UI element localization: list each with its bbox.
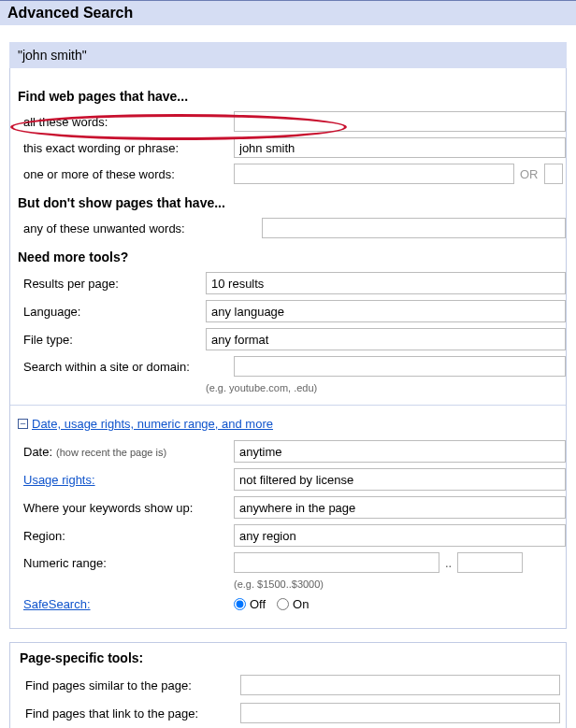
link-label: Find pages that link to the page: — [25, 707, 240, 721]
language-row: Language: — [10, 300, 566, 322]
usage-row: Usage rights: — [10, 468, 566, 491]
date-select[interactable] — [234, 440, 566, 463]
region-select[interactable] — [234, 524, 566, 547]
exact-phrase-input[interactable] — [234, 137, 566, 158]
main-panel: Find web pages that have... all these wo… — [9, 68, 567, 629]
all-words-label: all these words: — [23, 115, 234, 129]
where-label: Where your keywords show up: — [23, 501, 234, 515]
where-row: Where your keywords show up: — [10, 496, 566, 519]
safesearch-off-option[interactable]: Off — [234, 597, 266, 611]
page-tools-panel: Page-specific tools: Find pages similar … — [9, 642, 567, 728]
one-or-more-input-2[interactable] — [544, 164, 563, 184]
divider-1 — [10, 405, 566, 406]
minus-icon: − — [18, 419, 28, 429]
expander-link[interactable]: Date, usage rights, numeric range, and m… — [32, 417, 273, 431]
where-select[interactable] — [234, 496, 566, 519]
safesearch-on-label: On — [293, 597, 309, 611]
safesearch-off-radio[interactable] — [234, 598, 246, 610]
link-row: Find pages that link to the page: — [16, 703, 560, 723]
results-select[interactable] — [206, 272, 566, 294]
usage-label-wrap: Usage rights: — [23, 473, 234, 487]
language-label: Language: — [23, 305, 206, 319]
safesearch-on-radio[interactable] — [277, 598, 289, 610]
exact-phrase-label: this exact wording or phrase: — [23, 141, 234, 155]
all-words-input[interactable] — [234, 111, 566, 132]
filetype-label: File type: — [23, 333, 206, 347]
unwanted-label: any of these unwanted words: — [23, 221, 262, 236]
unwanted-row: any of these unwanted words: — [10, 218, 566, 238]
site-hint: (e.g. youtube.com, .edu) — [206, 382, 566, 393]
numeric-label: Numeric range: — [23, 556, 234, 570]
page-title-bar: Advanced Search — [0, 0, 576, 25]
query-display-text: "john smith" — [18, 48, 87, 63]
all-words-row: all these words: — [10, 111, 566, 132]
numeric-low-input[interactable] — [234, 552, 439, 573]
one-or-more-input-1[interactable] — [234, 164, 514, 184]
site-label: Search within a site or domain: — [23, 360, 234, 374]
language-select[interactable] — [206, 300, 566, 322]
link-input[interactable] — [240, 703, 560, 723]
date-label-wrap: Date: (how recent the page is) — [23, 445, 234, 459]
exclude-heading: But don't show pages that have... — [18, 195, 566, 210]
expander-row[interactable]: − Date, usage rights, numeric range, and… — [10, 417, 566, 431]
numeric-row: Numeric range: .. — [10, 552, 566, 573]
usage-rights-link[interactable]: Usage rights: — [23, 473, 95, 487]
one-or-more-label: one or more of these words: — [23, 167, 234, 181]
tools-heading: Need more tools? — [18, 250, 566, 264]
date-row: Date: (how recent the page is) — [10, 440, 566, 463]
numeric-separator: .. — [445, 556, 452, 570]
safesearch-on-option[interactable]: On — [277, 597, 309, 611]
numeric-hint: (e.g. $1500..$3000) — [234, 578, 566, 590]
safesearch-link[interactable]: SafeSearch: — [23, 597, 91, 611]
filetype-row: File type: — [10, 328, 566, 350]
one-or-more-row: one or more of these words: OR — [10, 164, 566, 184]
site-input[interactable] — [234, 356, 566, 377]
page-title: Advanced Search — [7, 5, 133, 21]
safesearch-off-label: Off — [250, 597, 266, 611]
usage-select[interactable] — [234, 468, 566, 491]
unwanted-input[interactable] — [262, 218, 566, 238]
similar-row: Find pages similar to the page: — [16, 675, 560, 695]
or-text-1: OR — [520, 167, 539, 181]
query-display-bar: "john smith" — [9, 42, 567, 68]
site-row: Search within a site or domain: — [10, 356, 566, 377]
similar-input[interactable] — [240, 675, 560, 695]
region-row: Region: — [10, 524, 566, 547]
results-label: Results per page: — [23, 277, 206, 291]
find-heading: Find web pages that have... — [18, 89, 566, 104]
filetype-select[interactable] — [206, 328, 566, 350]
region-label: Region: — [23, 529, 234, 543]
exact-phrase-row: this exact wording or phrase: — [10, 137, 566, 158]
similar-label: Find pages similar to the page: — [25, 678, 240, 692]
date-label: Date: — [23, 445, 52, 459]
numeric-high-input[interactable] — [457, 552, 523, 573]
page-tools-heading: Page-specific tools: — [20, 650, 560, 665]
safesearch-row: SafeSearch: Off On — [10, 597, 566, 611]
results-per-page-row: Results per page: — [10, 272, 566, 294]
safesearch-label-wrap: SafeSearch: — [23, 597, 234, 611]
date-sublabel: (how recent the page is) — [56, 447, 166, 458]
